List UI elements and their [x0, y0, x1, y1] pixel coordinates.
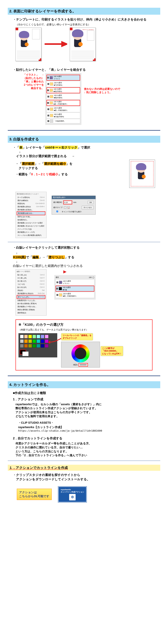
divider-2 — [8, 376, 160, 376]
menu-item[interactable]: 素材登録(J) — [17, 311, 45, 314]
arrow-right-icon — [54, 269, 67, 274]
hr-2 — [8, 460, 160, 461]
k100-info-box: ※「K100」のカラーの選び方 （肉眼では黒に見えても、データ上では黒ではない事… — [16, 320, 152, 370]
menu-item[interactable]: 選択を解除(D)Ctrl+D — [17, 199, 45, 202]
method1-body: rayartworksでは、セルシル様の「assets（素材をさがす）」内に 弊… — [16, 402, 160, 418]
color-picker-dialog: HEX: 000000 — [61, 342, 100, 368]
shrink-width-input[interactable] — [64, 201, 72, 204]
menu-item[interactable]: 選択範囲に含まれるベクターを選択 — [17, 224, 45, 228]
shrink-width-label: 縮小幅(W): — [53, 201, 62, 204]
hr-1 — [8, 242, 160, 242]
menu-item[interactable]: 切り取り(T)Ctrl+X — [17, 280, 45, 283]
background-color-swatch[interactable] — [22, 352, 29, 356]
step3-bullet1: ・「表」レイヤーを「cntrlキー＋右クリック」で選択 ↓ イラスト部分が選択範… — [13, 145, 160, 158]
step3-bullet4: ・白版レイヤーをクリックして選択状態にする — [13, 245, 160, 250]
menu-item[interactable]: 選択範囲をフチ取り(G)... — [17, 305, 45, 308]
k100-sub: （肉眼では黒に見えても、データ上では黒ではない事があります） — [19, 328, 149, 331]
callout-tool-palette: ツールパレットの「描画色」を ダブルクリック — [61, 333, 93, 340]
layer-row-frame[interactable]: 「白版原稿枠」 — [47, 119, 80, 123]
asset-label: ・CLIP STUDIO ASSETS・ — [18, 421, 160, 425]
step2-header: 2. 表面に印刷するレイヤーを作成する。 — [8, 8, 160, 15]
menu-item[interactable]: 選択範囲にかかるベクターを選択 — [17, 222, 45, 224]
template-screenshots-row: 原寸サイズ（50×80mm） — [16, 28, 160, 61]
callout-hex: ここの数字が 「HEX:000000」 になっていればOK！ — [101, 346, 123, 356]
annot-delete2: ↓ 先に削除しましょう。 — [84, 90, 120, 94]
cancel-button[interactable]: キャンセル — [82, 206, 94, 209]
method2-title: 2．自分でカットラインを作成する — [13, 436, 160, 440]
annot-two: ２つのレイヤーを — [16, 83, 44, 86]
annot-omote: 「表」と書かれた — [16, 80, 44, 83]
k100-title: ※「K100」のカラーの選び方 — [19, 322, 149, 327]
menu-item[interactable]: 取り消し(U)Ctrl+Z — [17, 274, 45, 276]
layer-row-illust[interactable]: 100 %通常 イラスト — [47, 75, 80, 81]
menu-item[interactable]: 消去(E)Del — [17, 289, 45, 292]
menu-edit: 編集 ページ管理(P) 取り消し(U)Ctrl+Zやり直し(R)Ctrl+Y切り… — [16, 269, 47, 316]
menu-item[interactable]: コピー(C)Ctrl+C — [17, 283, 45, 286]
layer-row-hole[interactable]: 100 %通常 ■穴(印刷N) — [47, 81, 80, 87]
layer-row-omote2[interactable]: 100 %通常 ■表（印刷対象外） — [47, 100, 80, 106]
hex-input[interactable]: 000000 — [78, 363, 88, 366]
dialog-title: 選択範囲を縮小 — [52, 196, 96, 199]
template-after: 原寸サイズ（50×80mm） — [70, 28, 96, 61]
template-before — [16, 28, 41, 61]
menu-item[interactable]: 線の色を描画色に変更(H) — [17, 302, 45, 305]
menu-item[interactable]: 境界をぼかす(B)... — [17, 215, 45, 218]
menu-item[interactable]: 選択範囲を反転(I)Ctrl+Shift+I — [17, 205, 45, 208]
menu-item[interactable]: 貼り付け(P)Ctrl+V — [17, 286, 45, 289]
menu-item[interactable]: 色域選択(C)... — [17, 218, 45, 222]
asset-name: rayartworks【カットライン作成】 — [18, 425, 160, 429]
action-badge[interactable]: rayartworks カットライン作成アクション ⚙ — [58, 486, 87, 502]
step4-header: 4. カットラインを作る。 — [8, 381, 160, 388]
method1-title: 1．アクションで作成 — [13, 397, 160, 402]
step2-bullet2: ・貼付したレイヤーと、「表」レイヤーを統合する — [13, 68, 160, 72]
step2-bullet1: ・テンプレートに、印刷するイラストを貼り付け、枠内（枠より小さめ）に大きさを合わ… — [13, 17, 160, 22]
menu-item[interactable]: 選択範囲を拡張(E)... — [17, 208, 45, 211]
tool-palette — [19, 333, 57, 358]
layer-row-hakuban2[interactable]: 100 %通常 ■白版 — [56, 286, 94, 292]
menu-item[interactable]: 選択範囲をストック(T) — [17, 231, 45, 234]
arrow-right-icon — [44, 40, 67, 48]
menu-item[interactable]: 再選択(R)Ctrl+Shift+D — [17, 202, 45, 205]
divider-1 — [8, 130, 160, 130]
gear-icon: ⚙ — [71, 495, 74, 499]
shrink-type-label: 縮小タイプ: — [53, 206, 63, 209]
menu-item[interactable]: 塗りつぶし(F)...Alt+Del — [17, 295, 45, 299]
menu-item[interactable]: 輝度を透明度に変換(B) — [17, 308, 45, 311]
layer-row-ura3[interactable]: 100 %通常 ■裏（印刷対象外） — [56, 292, 94, 298]
hue-wheel[interactable] — [71, 344, 90, 362]
annot-illust: 「イラスト」 → — [16, 73, 44, 76]
step3-bullet5: ↓ K100(黒)で「編集」→「塗りつぶし」する ↓ 白版レイヤーに選択した範囲… — [13, 251, 160, 268]
menu-item[interactable]: 選択範囲を縮小(U)... — [17, 211, 45, 215]
step4-intro: ■作成方法は主に２種類 — [13, 391, 160, 395]
step3-header: 3. 白版を作成する — [8, 136, 160, 143]
menu-item[interactable]: 選択範囲外を消去(O)Shift+Del — [17, 292, 45, 295]
menu-item[interactable]: ストックから選択範囲を復帰(F) — [17, 234, 45, 237]
section1-header: １．アクションでカットラインを作成 — [8, 465, 160, 471]
canvas-preview — [129, 160, 155, 188]
annot-pasted: （貼付したもの） — [16, 76, 44, 80]
method2-body: 何度かアクリルキーホルダー等を作成したことがある方、 クリスタの操作に慣れている… — [16, 442, 160, 457]
step2-note1: （分かりにくくなるので、必要ない枠レイヤーは非表示にする） — [16, 23, 160, 26]
opacity-icon: ◯ — [92, 276, 94, 278]
layer-row-hakuban[interactable]: 100 %通常 ■白版(印刷N) — [47, 112, 80, 118]
section1-bullet: ・クリップスタジオの素材を探すのサイトから アクションをダウンロードしてインスト… — [13, 473, 160, 481]
asset-url[interactable]: https://assets.clip-studio.com/ja-jp/det… — [18, 429, 160, 432]
menu-item[interactable]: すべてを選択(A)Ctrl+A — [17, 196, 45, 199]
menu-item[interactable]: やり直し(R)Ctrl+Y — [17, 276, 45, 280]
canvas-edge-check[interactable] — [53, 210, 61, 212]
layer-row-omote[interactable]: 100 %通常 ■表(印刷N) — [47, 87, 80, 93]
annot-merge: 統合する。 — [16, 86, 44, 90]
layer-panel-2: 通常 100 ◯ 100 %通常 イラスト 100 %通常 ■白版 100 %通… — [54, 275, 96, 300]
dl-badge[interactable]: アクションは こちらからDL可能です — [17, 489, 52, 500]
ok-button[interactable]: OK — [88, 201, 94, 204]
step3-bullet3: ・範囲を「0．1～2ミリ程縮小」する — [16, 172, 129, 176]
menu-selection: 選択範囲(S) 表示(V) フィルター すべてを選択(A)Ctrl+A選択を解除… — [16, 192, 47, 238]
annot-delete1: 使わない方の枠は必要ないので — [84, 87, 120, 90]
menu-item[interactable]: 自動選択塗りつぶし(J)... — [17, 299, 45, 302]
menu-item[interactable]: クイックマスク(Q) — [17, 228, 45, 231]
layer-row-illust2[interactable]: 100 %通常 イラスト — [56, 279, 94, 285]
layer-row-ura2[interactable]: 100 %通常 ■裏（印刷対象外） — [47, 106, 80, 112]
arrow-left-icon — [47, 337, 62, 344]
layer-row-ura[interactable]: 100 %通常 ■裏(印刷N) — [47, 94, 80, 100]
layer-panel-1: 100 %通常 イラスト 100 %通常 ■穴(印刷N) 100 %通常 ■表(… — [45, 73, 81, 125]
